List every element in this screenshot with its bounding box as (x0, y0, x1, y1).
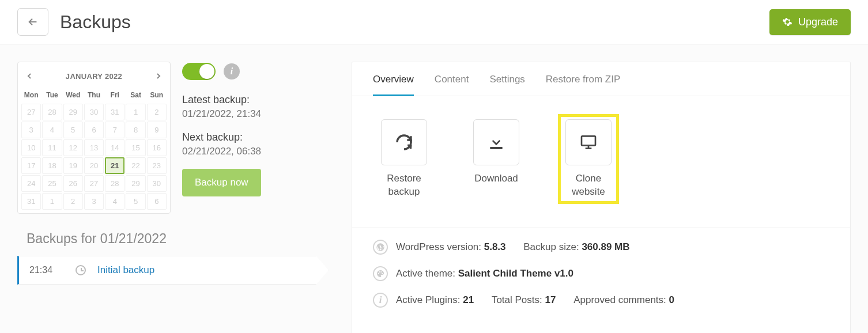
calendar-cell[interactable]: 5 (126, 193, 145, 210)
info-circle-icon: i (373, 293, 388, 308)
calendar-cell[interactable]: 3 (84, 193, 104, 210)
gear-icon (782, 17, 792, 27)
download-label: Download (474, 172, 518, 186)
page-title: Backups (60, 12, 131, 33)
calendar-cell[interactable]: 1 (42, 193, 62, 210)
calendar-cell[interactable]: 25 (42, 175, 62, 192)
theme-detail-text: Active theme: Salient Child Theme v1.0 (396, 268, 573, 279)
tab-settings[interactable]: Settings (489, 74, 524, 96)
calendar-cell[interactable]: 26 (63, 175, 83, 192)
calendar-cell[interactable]: 27 (84, 175, 104, 192)
calendar-cell[interactable]: 2 (63, 193, 83, 210)
calendar-day-head: Thu (84, 89, 104, 103)
calendar-cell[interactable]: 14 (105, 139, 124, 156)
tabs: OverviewContentSettingsRestore from ZIP (352, 62, 850, 96)
calendar-cell[interactable]: 31 (105, 104, 124, 120)
info-icon[interactable]: i (224, 63, 240, 80)
calendar-cell[interactable]: 30 (147, 175, 167, 192)
calendar-cell[interactable]: 8 (126, 122, 145, 138)
header-left: Backups (17, 8, 131, 36)
calendar-cell[interactable]: 9 (147, 122, 167, 138)
backup-item[interactable]: 21:34Initial backup (17, 256, 329, 285)
toggle-knob (199, 64, 214, 79)
auto-backup-toggle[interactable] (182, 63, 216, 80)
calendar-cell[interactable]: 16 (147, 139, 167, 156)
calendar: JANUARY 2022 MonTueWedThuFriSatSun272829… (17, 62, 171, 214)
right-column: OverviewContentSettingsRestore from ZIP … (352, 62, 851, 333)
calendar-cell[interactable]: 18 (42, 157, 62, 174)
calendar-cell[interactable]: 5 (63, 122, 83, 138)
calendar-cell[interactable]: 27 (21, 104, 41, 120)
calendar-cell[interactable]: 2 (147, 104, 167, 120)
restore-backup-button[interactable] (381, 119, 427, 165)
arrow-left-icon (27, 16, 39, 28)
upgrade-button[interactable]: Upgrade (769, 9, 851, 35)
calendar-cell[interactable]: 13 (84, 139, 104, 156)
calendar-header: JANUARY 2022 (21, 66, 167, 89)
calendar-cell[interactable]: 19 (63, 157, 83, 174)
backups-for-heading: Backups for 01/21/2022 (27, 231, 329, 247)
calendar-cell[interactable]: 6 (84, 122, 104, 138)
details: WordPress version: 5.8.3 Backup size: 36… (352, 228, 850, 333)
detail-row-theme: Active theme: Salient Child Theme v1.0 (373, 266, 829, 281)
calendar-cell[interactable]: 12 (63, 139, 83, 156)
backup-time: 21:34 (29, 265, 64, 275)
calendar-cell[interactable]: 3 (21, 122, 41, 138)
next-backup-value: 02/21/2022, 06:38 (182, 146, 329, 157)
calendar-cell[interactable]: 4 (105, 193, 124, 210)
calendar-cell[interactable]: 29 (126, 175, 145, 192)
calendar-day-head: Tue (42, 89, 62, 103)
calendar-month: JANUARY 2022 (36, 72, 152, 81)
calendar-cell[interactable]: 11 (42, 139, 62, 156)
calendar-day-head: Sun (147, 89, 167, 103)
clock-icon (76, 265, 86, 275)
calendar-cell[interactable]: 10 (21, 139, 41, 156)
calendar-cell[interactable]: 20 (84, 157, 104, 174)
calendar-cell[interactable]: 24 (21, 175, 41, 192)
actions: Restorebackup Download Clonewebsite (352, 96, 850, 228)
calendar-cell[interactable]: 4 (42, 122, 62, 138)
tab-content[interactable]: Content (435, 74, 469, 96)
palette-icon (373, 266, 388, 281)
toggle-row: i (182, 63, 329, 80)
tab-restore-from-zip[interactable]: Restore from ZIP (546, 74, 620, 96)
calendar-cell[interactable]: 30 (84, 104, 104, 120)
download-button[interactable] (473, 119, 519, 165)
calendar-grid: MonTueWedThuFriSatSun2728293031123456789… (21, 89, 167, 210)
backup-info: i Latest backup: 01/21/2022, 21:34 Next … (182, 62, 329, 196)
calendar-day-head: Wed (63, 89, 83, 103)
calendar-day-head: Sat (126, 89, 145, 103)
calendar-day-head: Fri (105, 89, 124, 103)
calendar-cell[interactable]: 15 (126, 139, 145, 156)
calendar-cell[interactable]: 1 (126, 104, 145, 120)
calendar-cell[interactable]: 21 (105, 157, 124, 174)
calendar-cell[interactable]: 28 (105, 175, 124, 192)
calendar-prev[interactable] (22, 69, 36, 83)
clone-website-button[interactable] (565, 119, 612, 165)
tab-overview[interactable]: Overview (373, 74, 414, 96)
wordpress-icon (373, 240, 388, 255)
calendar-next[interactable] (152, 69, 165, 83)
backup-items: 21:34Initial backup (17, 256, 329, 285)
calendar-cell[interactable]: 28 (42, 104, 62, 120)
backup-name: Initial backup (97, 264, 154, 276)
calendar-cell[interactable]: 22 (126, 157, 145, 174)
page-header: Backups Upgrade (0, 0, 868, 44)
calendar-day-head: Mon (21, 89, 41, 103)
calendar-cell[interactable]: 17 (21, 157, 41, 174)
calendar-cell[interactable]: 29 (63, 104, 83, 120)
back-button[interactable] (17, 8, 48, 36)
monitor-icon (579, 133, 598, 152)
chevron-left-icon (27, 73, 32, 79)
backup-now-button[interactable]: Backup now (182, 169, 261, 196)
calendar-cell[interactable]: 7 (105, 122, 124, 138)
calendar-cell[interactable]: 6 (147, 193, 167, 210)
calendar-row: JANUARY 2022 MonTueWedThuFriSatSun272829… (17, 62, 329, 214)
restore-backup-action: Restorebackup (381, 119, 427, 199)
calendar-cell[interactable]: 31 (21, 193, 41, 210)
calendar-cell[interactable]: 23 (147, 157, 167, 174)
latest-backup-label: Latest backup: (182, 94, 329, 106)
clone-website-label: Clonewebsite (572, 172, 605, 199)
detail-row-wp: WordPress version: 5.8.3 Backup size: 36… (373, 240, 829, 255)
wp-detail-text: WordPress version: 5.8.3 Backup size: 36… (396, 241, 645, 253)
